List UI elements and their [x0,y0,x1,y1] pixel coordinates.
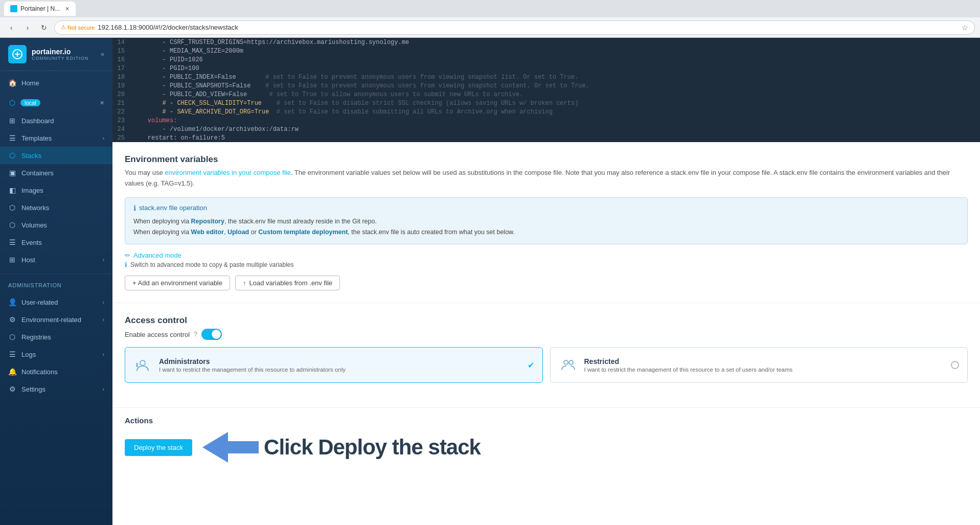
user-related-chevron-icon: › [103,300,104,305]
logo-sub-text: Community Edition [32,56,88,61]
enable-access-label-text: Enable access control [125,331,190,338]
access-control-title: Access control [125,315,968,326]
actions-label: Actions [125,416,968,425]
enable-access-control-label: Enable access control ? [125,329,968,340]
switch-mode-link[interactable]: ℹ Switch to advanced mode to copy & past… [125,261,968,268]
deploy-stack-button[interactable]: Deploy the stack [125,439,192,456]
code-line-20: 20 - PUBLIC_ADD_VIEW=False # set to True… [112,90,980,99]
dashboard-icon: ⊞ [8,117,16,125]
web-editor-link[interactable]: Web editor [191,229,224,236]
sidebar-item-images[interactable]: ◧ Images [0,181,112,199]
tab-close-button[interactable]: ✕ [65,6,70,12]
browser-titlebar: Portainer | N... ✕ [0,0,980,17]
code-line-24: 24 - /volume1/docker/archivebox:/data:rw [112,125,980,133]
code-block: 14 - CSRF_TRUSTED_ORIGINS=https://archiv… [112,38,980,142]
advanced-mode-label: Advanced mode [133,252,181,259]
logs-chevron-icon: › [103,352,104,357]
help-icon[interactable]: ? [194,331,197,338]
advanced-mode-link[interactable]: ✏ Advanced mode [125,252,968,259]
administrators-desc: I want to restrict the management of thi… [159,367,520,373]
click-deploy-annotation: Click Deploy the stack [202,432,481,463]
browser-tab[interactable]: Portainer | N... ✕ [4,2,76,16]
address-url: 192.168.1.18:9000/#!/2/docker/stacks/new… [98,24,959,31]
sidebar-events-label: Events [21,239,104,246]
restricted-radio[interactable] [951,361,959,369]
env-section-desc: You may use environment variables in you… [125,168,968,189]
env-compose-link[interactable]: environment variables in your compose fi… [165,169,290,176]
sidebar-item-host[interactable]: ⊞ Host › [0,251,112,268]
code-line-17: 17 - PGID=100 [112,64,980,73]
code-line-19: 19 - PUBLIC_SNAPSHOTS=False # set to Fal… [112,81,980,90]
restricted-card[interactable]: Restricted I want to restrict the manage… [550,347,968,383]
networks-icon: ⬡ [8,203,16,212]
address-bar[interactable]: ⚠ Not secure 192.168.1.18:9000/#!/2/dock… [54,20,975,35]
administrators-content: Administrators I want to restrict the ma… [159,357,520,373]
sidebar-item-environment-related[interactable]: ⚙ Environment-related › [0,311,112,328]
sidebar-item-user-related[interactable]: 👤 User-related › [0,293,112,311]
arrow-left [202,432,259,463]
sidebar-images-label: Images [21,187,104,194]
svg-point-5 [564,360,568,364]
info-icon: ℹ [133,204,136,212]
sidebar-containers-label: Containers [21,169,104,177]
containers-icon: ▣ [8,169,16,177]
load-env-button[interactable]: ↑ Load variables from .env file [235,276,340,290]
settings-chevron-icon: › [103,386,104,392]
info-line-1: When deploying via Repository, the stack… [133,216,959,227]
security-warning: ⚠ Not secure [61,24,95,31]
administrators-card[interactable]: Administrators I want to restrict the ma… [125,347,543,383]
environment-related-chevron-icon: › [103,317,104,323]
sidebar-admin-label: Administration [0,276,112,290]
host-icon: ⊞ [8,256,16,264]
sidebar-stacks-label: Stacks [21,152,104,159]
sidebar-item-containers[interactable]: ▣ Containers [0,164,112,181]
administrators-check-icon: ✔ [528,360,534,370]
access-control-toggle[interactable] [201,329,222,340]
bookmark-button[interactable]: ☆ [962,24,968,32]
sidebar-item-dashboard[interactable]: ⊞ Dashboard [0,112,112,129]
access-control-section: Access control Enable access control ? [112,303,980,407]
sidebar-divider [0,273,112,274]
sidebar-environment-related-label: Environment-related [21,316,98,324]
repository-link[interactable]: Repository [191,218,224,225]
sidebar-item-volumes[interactable]: ⬡ Volumes [0,216,112,234]
images-icon: ◧ [8,186,16,194]
sidebar-item-stacks[interactable]: ⬡ Stacks [0,147,112,164]
sidebar-item-logs[interactable]: ☰ Logs › [0,346,112,363]
code-line-25: 25 restart: on-failure:5 [112,133,980,142]
code-line-18: 18 - PUBLIC_INDEX=False # set to False t… [112,73,980,81]
sidebar-item-settings[interactable]: ⚙ Settings › [0,380,112,398]
load-env-label: Load variables from .env file [249,279,332,287]
sidebar-notifications-label: Notifications [21,368,104,376]
code-line-14: 14 - CSRF_TRUSTED_ORIGINS=https://archiv… [112,38,980,47]
sidebar-item-home[interactable]: 🏠 Home [0,74,112,92]
custom-template-link[interactable]: Custom template deployment [258,229,348,236]
sidebar-item-notifications[interactable]: 🔔 Notifications [0,363,112,380]
sidebar-templates-label: Templates [21,134,98,142]
browser-nav: ‹ › ↻ ⚠ Not secure 192.168.1.18:9000/#!/… [0,17,980,38]
sidebar-collapse-button[interactable]: « [101,51,104,58]
sidebar-item-templates[interactable]: ☰ Templates › [0,129,112,147]
sidebar-user-related-label: User-related [21,299,98,306]
info-title-text: stack.env file operation [139,204,207,212]
access-cards: Administrators I want to restrict the ma… [125,347,968,383]
edit-icon: ✏ [125,252,130,259]
svg-point-6 [569,360,573,364]
info-box-body: When deploying via Repository, the stack… [133,216,959,238]
restricted-icon [559,356,577,374]
forward-button[interactable]: › [21,21,34,34]
sidebar-item-networks[interactable]: ⬡ Networks [0,199,112,216]
env-close-button[interactable]: ✕ [100,100,104,106]
sidebar-networks-label: Networks [21,204,104,212]
add-env-variable-button[interactable]: + Add an environment variable [125,276,230,290]
sidebar-nav-section: ⊞ Dashboard ☰ Templates › ⬡ Stacks ▣ Con… [0,109,112,271]
code-line-16: 16 - PUID=1026 [112,55,980,64]
upload-link[interactable]: Upload [227,229,249,236]
stacks-icon: ⬡ [8,151,16,159]
reload-button[interactable]: ↻ [38,21,50,34]
sidebar-item-events[interactable]: ☰ Events [0,234,112,251]
info-switch-icon: ℹ [125,261,127,268]
env-buttons-row: + Add an environment variable ↑ Load var… [125,276,968,290]
sidebar-item-registries[interactable]: ⬡ Registries [0,328,112,346]
back-button[interactable]: ‹ [5,21,17,34]
